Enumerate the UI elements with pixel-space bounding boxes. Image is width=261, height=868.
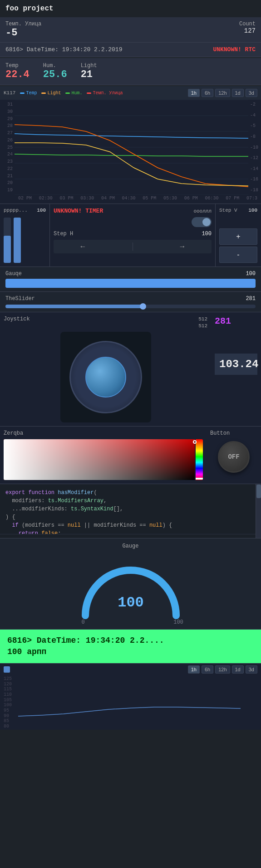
temp-street-value: -5 — [5, 27, 228, 39]
app-title: foo project — [0, 0, 261, 17]
button-area: Button OFF — [207, 427, 261, 484]
color-indicator — [193, 440, 197, 444]
chart-time-buttons: 1h 6h 12h 1d 3d — [188, 89, 257, 97]
bottom-time-btn-1h[interactable]: 1h — [188, 665, 200, 674]
slider-fill — [5, 305, 143, 308]
time-btn-3d[interactable]: 3d — [246, 89, 257, 97]
green-terminal: 6816> DateTime: 19:34:20 2.2.... 100 арп… — [0, 630, 261, 664]
toggle-knob — [202, 218, 211, 226]
time-btn-12h[interactable]: 12h — [215, 89, 230, 97]
gauge-arc-container: Gauge 100 0 100 — [0, 538, 261, 630]
joystick-area: Joystick 512 512 — [0, 312, 211, 426]
step-h-label: Step H — [54, 231, 73, 237]
temp-sensor: Temp 22.4 — [5, 63, 30, 80]
bottom-time-btn-3d[interactable]: 3d — [246, 665, 257, 674]
slider-title: TheSlider — [5, 296, 35, 302]
chart-area: 31302928 27262524 2322212019 — [0, 100, 261, 195]
button-title: Button — [210, 430, 230, 436]
code-content[interactable]: export function hasModifier( modifiers: … — [0, 484, 261, 534]
zerqba-area: Zerqba — [0, 427, 207, 484]
toggle-switch[interactable] — [192, 217, 212, 227]
slider-header: TheSlider 281 — [5, 296, 256, 302]
gauge-bar-title: Gauqe — [5, 271, 22, 277]
light-label: Light — [81, 63, 97, 69]
off-button[interactable]: OFF — [218, 441, 250, 473]
bottom-chart-header: 1h 6h 12h 1d 3d — [0, 664, 261, 675]
time-btn-6h[interactable]: 6h — [202, 89, 213, 97]
count-value: 127 — [239, 27, 256, 34]
rtc-badge: UNKNOWN! RTC — [213, 46, 256, 53]
ppppp-control: ppppp... 100 — [0, 204, 50, 267]
stepv-control: Step V 100 + - — [216, 204, 261, 267]
gauge-arc-svg: 100 0 100 — [67, 552, 194, 625]
hue-strip[interactable] — [196, 439, 203, 480]
arrow-left-btn[interactable]: ← — [79, 242, 87, 251]
bottom-time-btn-1d[interactable]: 1d — [232, 665, 244, 674]
ppppp-slider-2[interactable] — [14, 218, 21, 263]
timer-title: UNKNOWN! TIMER — [54, 208, 103, 214]
color-picker[interactable] — [4, 439, 203, 480]
step-h-row: Step H 100 — [54, 231, 212, 237]
slider-track[interactable] — [5, 305, 256, 308]
legend-hum: Hum. — [65, 91, 82, 96]
gauge-bar-container: Gauqe 100 — [0, 267, 261, 292]
chart-x-axis: 02 PM02:3003 PM03:30 04 PM04:3005 PM05:3… — [0, 195, 261, 204]
gauge-bar-value: 100 — [246, 271, 256, 277]
toggle-row — [54, 217, 212, 227]
slider-value: 281 — [246, 296, 256, 302]
hum-sensor: Hum. 25.6 — [43, 63, 67, 80]
temp-street-panel: Темп. Улица -5 — [0, 17, 234, 42]
bottom-chart-svg — [18, 675, 261, 730]
gauge-bar-header: Gauqe 100 — [5, 271, 256, 277]
hue-indicator — [196, 478, 203, 480]
controls-row: ppppp... 100 UNKNOWN! TIMER оооллл Step … — [0, 204, 261, 267]
bottom-time-btn-12h[interactable]: 12h — [215, 665, 230, 674]
code-footer: ... ↵ — [0, 534, 261, 538]
legend-temp: Temp — [20, 91, 37, 96]
slider-thumb[interactable] — [140, 303, 146, 310]
color-row: Zerqba Button OFF — [0, 427, 261, 484]
chart-svg-area — [15, 100, 248, 195]
temp-street-label: Темп. Улица — [5, 21, 228, 27]
code-scroll-thumb — [256, 485, 261, 498]
gauge-arc-title: Gauge — [122, 543, 138, 549]
slider-container: TheSlider 281 — [0, 292, 261, 312]
arrow-row: ← → — [54, 240, 212, 253]
stepv-label: Step V — [219, 208, 237, 213]
time-btn-1d[interactable]: 1d — [232, 89, 244, 97]
code-footer-right: ↵ — [252, 536, 256, 538]
joystick-right-value2: 103.24 — [215, 354, 257, 375]
joystick-right-value1: 281 — [215, 316, 257, 326]
hum-value: 25.6 — [43, 69, 67, 80]
hum-label: Hum. — [43, 63, 67, 69]
joystick-x-value: 512 — [198, 316, 207, 323]
svg-text:100: 100 — [118, 594, 144, 611]
timer-control: UNKNOWN! TIMER оооллл Step H 100 ← → — [50, 204, 216, 267]
time-btn-1h[interactable]: 1h — [188, 89, 200, 97]
gauge-bar-track[interactable] — [5, 279, 256, 288]
gauge-bar-fill — [5, 279, 256, 288]
bottom-y-labels: 125120115110 1051009590 8580 — [4, 675, 12, 730]
chart-header: K117 Temp Light Hum. Темп. Улица 1h 6h 1… — [0, 86, 261, 100]
bottom-time-btn-6h[interactable]: 6h — [202, 665, 213, 674]
ppppp-slider-1[interactable] — [4, 218, 11, 263]
joystick-canvas[interactable] — [60, 332, 151, 422]
ppppp-sliders — [4, 218, 46, 263]
zerqba-title: Zerqba — [4, 430, 203, 436]
bottom-chart-area: 125120115110 1051009590 8580 — [0, 675, 261, 730]
stepv-minus-btn[interactable]: - — [219, 247, 257, 263]
stepv-buttons: + - — [219, 228, 257, 263]
chart-title: K117 — [4, 90, 15, 96]
svg-text:100: 100 — [173, 619, 183, 625]
light-value: 21 — [81, 69, 97, 80]
stepv-plus-btn[interactable]: + — [219, 228, 257, 245]
svg-text:0: 0 — [81, 619, 84, 625]
bottom-chart-indicator — [4, 666, 10, 673]
green-terminal-line2: 100 арпп — [7, 646, 254, 658]
chart-container: K117 Temp Light Hum. Темп. Улица 1h 6h 1… — [0, 86, 261, 204]
arrow-right-btn[interactable]: → — [179, 242, 186, 251]
ppppp-title: ppppp... — [4, 208, 28, 213]
chart-y-axis-right: -2-4-5-8 -10-12-14-16-18 — [248, 100, 261, 195]
joystick-y-value: 512 — [198, 323, 207, 330]
code-scrollbar[interactable] — [256, 484, 261, 538]
